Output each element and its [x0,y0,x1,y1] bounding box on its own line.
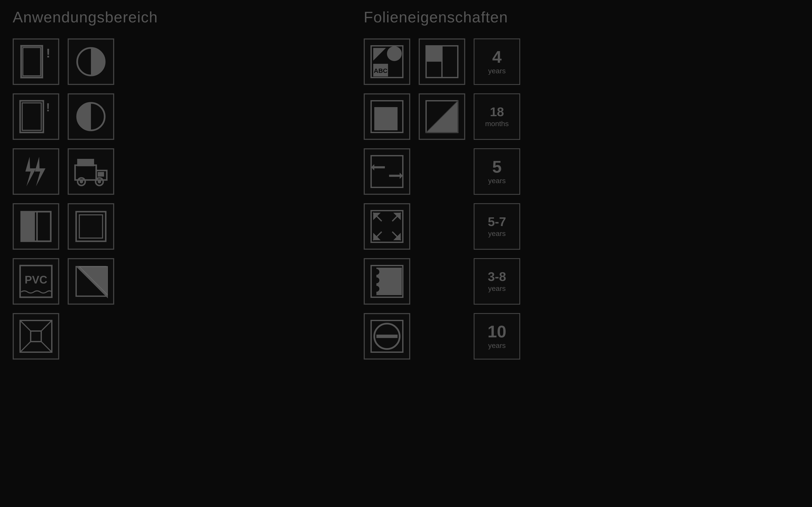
door-exclamation-icon: ! [13,39,59,85]
svg-marker-8 [26,157,36,186]
svg-rect-19 [37,212,51,241]
roll-fold-icon [68,258,114,304]
expand-arrows-icon [364,203,410,250]
duration-number: 10 [488,323,506,340]
svg-point-61 [373,269,379,275]
duration-text: years [488,284,506,293]
right-icon-grid: ABC 4 years [364,39,520,359]
svg-marker-49 [389,173,403,179]
svg-text:PVC: PVC [25,274,47,286]
prohibit-minus-icon [364,313,410,359]
truck-icon [68,148,114,195]
door-frame-exclamation-icon: ! [13,93,59,140]
svg-rect-60 [376,268,402,295]
svg-marker-35 [373,48,386,61]
corner-triangle-icon [419,93,465,140]
duration-4years: 4 years [474,39,520,85]
duration-number: 5 [492,158,502,175]
svg-text:ABC: ABC [374,67,388,74]
left-section-title: Anwendungsbereich [13,8,158,26]
svg-rect-41 [426,46,442,62]
perforated-edge-icon [364,258,410,304]
empty-cell-r1 [419,148,465,195]
duration-5-7years: 5-7 years [474,203,520,250]
empty-cell-r3 [419,258,465,304]
duration-number: 3-8 [488,270,506,283]
duration-number: 5-7 [488,216,506,228]
svg-rect-10 [75,165,96,180]
left-icon-grid: ! ! [13,39,158,359]
svg-line-30 [20,321,31,331]
svg-point-16 [98,180,101,183]
rectangle-t-icon [68,203,114,250]
duration-number: 4 [492,49,502,65]
svg-line-31 [41,321,52,331]
duration-3-8years: 3-8 years [474,258,520,304]
duration-text: years [488,229,506,238]
duration-text: years [488,67,506,75]
duration-5years: 5 years [474,148,520,195]
right-section-title: Folieneigenschaften [364,8,520,26]
split-panel-icon [13,203,59,250]
svg-rect-43 [374,107,398,130]
svg-point-36 [387,46,402,61]
svg-marker-9 [35,157,45,186]
svg-line-33 [41,342,52,352]
abc-shapes-icon: ABC [364,39,410,85]
svg-marker-48 [371,164,385,170]
svg-rect-17 [77,159,94,166]
svg-rect-47 [371,156,403,187]
svg-rect-12 [98,172,104,177]
svg-rect-66 [376,335,398,338]
door-panel-icon [419,39,465,85]
contrast-half-circle-icon [68,39,114,85]
empty-cell-left [68,313,114,359]
svg-rect-0 [21,46,42,77]
empty-cell-r2 [419,203,465,250]
lightning-icon [13,148,59,195]
svg-rect-29 [31,331,41,342]
svg-point-14 [80,180,83,183]
svg-rect-1 [23,48,41,76]
svg-text:!: ! [46,46,50,60]
left-half-circle-icon [68,93,114,140]
svg-rect-4 [20,101,43,132]
svg-line-32 [20,342,31,352]
duration-text: months [485,120,509,128]
svg-point-63 [373,286,379,292]
arrows-exchange-icon [364,148,410,195]
svg-rect-18 [21,212,35,241]
black-square-icon [364,93,410,140]
duration-18months: 18 months [474,93,520,140]
svg-marker-26 [76,267,108,298]
svg-rect-21 [76,212,106,241]
folieneigenschaften-section: Folieneigenschaften ABC [364,8,520,359]
duration-10years: 10 years [474,313,520,359]
anwendungsbereich-section: Anwendungsbereich ! [13,8,158,359]
svg-rect-22 [79,215,103,238]
duration-number: 18 [490,106,504,118]
duration-text: years [488,341,506,350]
svg-rect-5 [22,103,41,130]
svg-point-62 [373,277,379,283]
duration-text: years [488,177,506,185]
svg-text:!: ! [46,101,50,114]
empty-cell-r4 [419,313,465,359]
projection-icon [13,313,59,359]
pvc-icon: PVC [13,258,59,304]
